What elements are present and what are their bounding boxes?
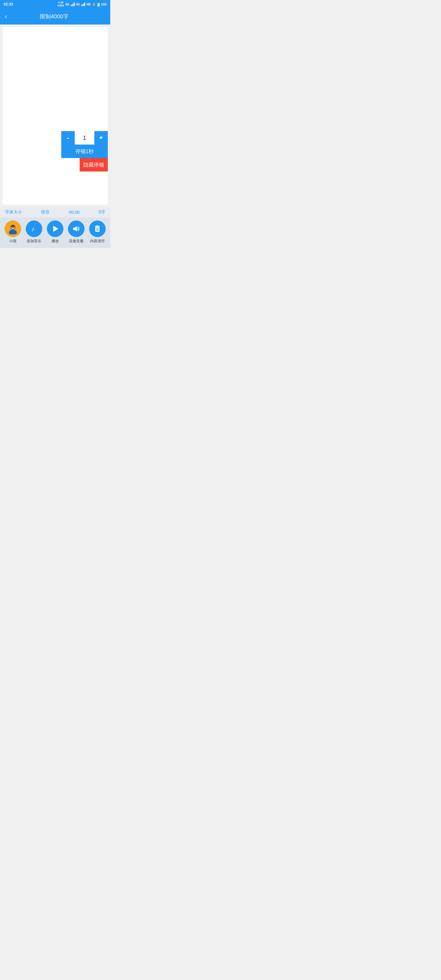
signal-bars-2 <box>81 2 85 6</box>
4g-label-2: 4G <box>76 3 80 6</box>
svg-text:♪: ♪ <box>31 225 35 233</box>
volume-icon <box>72 224 81 233</box>
back-button[interactable]: ‹ <box>5 13 12 21</box>
bottom-nav: 小燕 ♪ 添加音乐 播放 语速音量 <box>0 218 110 248</box>
nav-label-music: 添加音乐 <box>27 239 41 244</box>
nav-label-person: 小燕 <box>9 239 16 244</box>
trash-icon-circle <box>89 221 106 237</box>
battery-bar: ▓ <box>97 3 100 6</box>
nav-item-clear[interactable]: 内容清空 <box>89 221 106 244</box>
nav-item-music[interactable]: ♪ 添加音乐 <box>26 221 42 244</box>
nav-item-volume[interactable]: 语速音量 <box>68 221 84 244</box>
nav-item-play[interactable]: 播放 <box>47 221 64 244</box>
nav-label-volume: 语速音量 <box>69 239 84 244</box>
top-nav: ‹ 限制4000字 <box>0 9 110 24</box>
4g-label-1: 4G <box>65 3 69 6</box>
status-time: 02:33 <box>4 2 13 6</box>
signal-bars-1 <box>71 2 75 6</box>
nav-label-clear: 内容清空 <box>90 239 105 244</box>
trash-icon <box>93 224 102 233</box>
char-count: 0字 <box>99 210 105 215</box>
nav-label-play: 播放 <box>51 239 59 244</box>
play-icon-circle <box>47 221 64 237</box>
bottom-toolbar: 字体大小 怪音 00:00 0字 <box>0 207 110 218</box>
font-size-button[interactable]: 字体大小 <box>5 210 22 215</box>
lightning-icon: ⚡ <box>92 2 96 6</box>
counter-row: - + <box>61 131 108 145</box>
music-icon-circle: ♪ <box>26 221 42 237</box>
time-display: 00:00 <box>69 210 80 215</box>
nav-item-person[interactable]: 小燕 <box>5 221 21 244</box>
person-avatar-svg <box>7 223 18 234</box>
minus-button[interactable]: - <box>61 131 75 145</box>
volume-icon-circle <box>68 221 84 237</box>
network-speed: 0.30KB/S <box>57 1 64 7</box>
content-area: - + 停顿1秒 隐藏停顿 <box>2 27 108 205</box>
play-icon <box>51 224 59 233</box>
avatar-icon <box>5 221 21 237</box>
plus-button[interactable]: + <box>94 131 108 145</box>
hd-label: HD <box>86 3 91 6</box>
page-title: 限制4000字 <box>12 13 96 20</box>
svg-point-1 <box>9 230 17 234</box>
svg-rect-8 <box>97 225 98 226</box>
status-right: 0.30KB/S 4G 4G HD ⚡ ▓ 100 <box>57 1 107 7</box>
effect-button[interactable]: 怪音 <box>41 210 49 215</box>
hide-pause-button[interactable]: 隐藏停顿 <box>80 158 108 172</box>
pause-controls: - + 停顿1秒 隐藏停顿 <box>61 131 108 172</box>
music-note-icon: ♪ <box>30 224 38 233</box>
svg-marker-5 <box>53 226 58 232</box>
status-bar: 02:33 0.30KB/S 4G 4G HD ⚡ ▓ 100 <box>0 0 110 9</box>
pause-seconds-button[interactable]: 停顿1秒 <box>61 145 108 158</box>
counter-input[interactable] <box>75 131 94 145</box>
svg-point-3 <box>11 225 15 228</box>
battery-level: 100 <box>101 2 107 6</box>
svg-marker-6 <box>73 226 77 232</box>
